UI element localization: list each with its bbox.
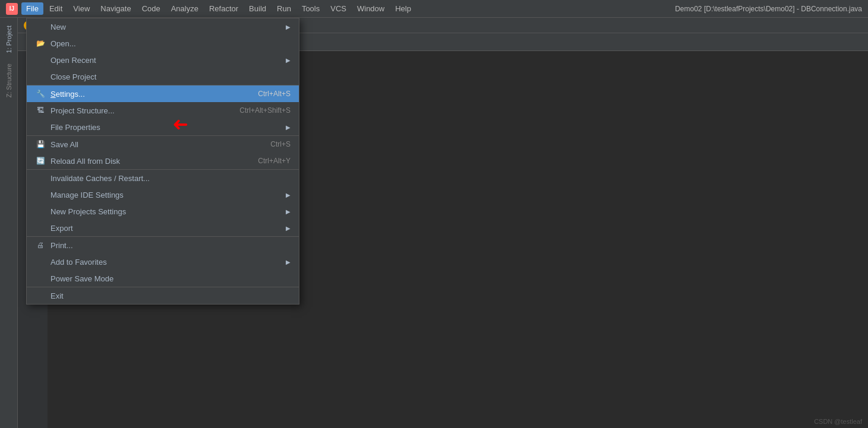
- menu-item-new-projects[interactable]: New Projects Settings ▶: [27, 203, 299, 220]
- settings-icon: 🔧: [35, 88, 46, 99]
- left-sidebar: 1: Project Z: Structure: [0, 18, 18, 428]
- new-icon: [35, 21, 46, 32]
- menu-window[interactable]: Window: [352, 2, 389, 15]
- power-save-icon: [35, 273, 46, 284]
- open-recent-arrow-icon: ▶: [286, 57, 291, 64]
- menu-item-open-label: Open...: [50, 39, 291, 48]
- new-arrow-icon: ▶: [286, 24, 291, 30]
- menu-item-power-save-label: Power Save Mode: [50, 274, 291, 283]
- add-favorites-icon: [35, 256, 46, 267]
- menu-item-open-recent-label: Open Recent: [50, 56, 281, 65]
- menu-item-add-favorites[interactable]: Add to Favorites ▶: [27, 253, 299, 270]
- invalidate-icon: [35, 173, 46, 183]
- open-icon: 📂: [35, 38, 46, 49]
- settings-shortcut: Ctrl+Alt+S: [258, 90, 291, 98]
- manage-ide-arrow-icon: ▶: [286, 192, 291, 198]
- menu-item-manage-ide[interactable]: Manage IDE Settings ▶: [27, 186, 299, 203]
- menu-item-manage-ide-label: Manage IDE Settings: [50, 191, 281, 199]
- menu-item-project-structure-label: Project Structure...: [50, 106, 228, 115]
- menu-item-settings-label: Settings...: [50, 90, 246, 99]
- sidebar-tab-project[interactable]: 1: Project: [3, 21, 15, 58]
- menu-item-project-structure[interactable]: 🏗 Project Structure... Ctrl+Alt+Shift+S: [27, 102, 299, 119]
- menu-item-reload[interactable]: 🔄 Reload All from Disk Ctrl+Alt+Y: [27, 153, 299, 170]
- menu-item-exit[interactable]: Exit: [27, 287, 299, 304]
- exit-icon: [35, 290, 46, 301]
- menu-code[interactable]: Code: [137, 2, 165, 15]
- menu-item-export[interactable]: Export ▶: [27, 220, 299, 237]
- menu-view[interactable]: View: [68, 2, 94, 15]
- menu-navigate[interactable]: Navigate: [96, 2, 135, 15]
- export-icon: [35, 223, 46, 233]
- project-structure-shortcut: Ctrl+Alt+Shift+S: [239, 106, 291, 115]
- menu-edit[interactable]: Edit: [45, 2, 67, 15]
- menu-bar: File Edit View Navigate Code Analyze Ref…: [21, 2, 416, 15]
- close-project-icon: [35, 71, 46, 82]
- menu-analyze[interactable]: Analyze: [166, 2, 203, 15]
- project-structure-icon: 🏗: [35, 105, 46, 116]
- menu-build[interactable]: Build: [244, 2, 271, 15]
- file-properties-icon: [35, 122, 46, 132]
- menu-item-file-properties[interactable]: File Properties ▶: [27, 119, 299, 136]
- menu-item-file-properties-label: File Properties: [50, 123, 281, 132]
- watermark: CSDN @testleaf: [814, 418, 862, 425]
- menu-run[interactable]: Run: [272, 2, 296, 15]
- open-recent-icon: [35, 55, 46, 65]
- menu-item-print[interactable]: 🖨 Print...: [27, 237, 299, 253]
- menu-item-reload-label: Reload All from Disk: [50, 157, 246, 166]
- menu-item-export-label: Export: [50, 224, 281, 233]
- menu-refactor[interactable]: Refactor: [204, 2, 243, 15]
- menu-item-open-recent[interactable]: Open Recent ▶: [27, 52, 299, 68]
- window-title: Demo02 [D:\testleafProjects\Demo02] - DB…: [675, 5, 862, 13]
- menu-item-new-projects-label: New Projects Settings: [50, 207, 281, 216]
- menu-item-print-label: Print...: [50, 241, 291, 250]
- menu-help[interactable]: Help: [390, 2, 416, 15]
- menu-item-save-all[interactable]: 💾 Save All Ctrl+S: [27, 136, 299, 153]
- menu-item-settings[interactable]: 🔧 Settings... Ctrl+Alt+S: [27, 85, 299, 102]
- menu-item-save-all-label: Save All: [50, 140, 258, 149]
- reload-shortcut: Ctrl+Alt+Y: [258, 157, 291, 165]
- add-favorites-arrow-icon: ▶: [286, 259, 291, 265]
- menu-item-new-label: New: [50, 23, 281, 31]
- save-all-icon: 💾: [35, 139, 46, 150]
- menu-vcs[interactable]: VCS: [326, 2, 351, 15]
- menu-item-invalidate[interactable]: Invalidate Caches / Restart...: [27, 170, 299, 186]
- menu-item-close-project-label: Close Project: [50, 72, 291, 81]
- file-menu-dropdown: New ▶ 📂 Open... Open Recent ▶ Close Proj…: [26, 18, 299, 305]
- reload-icon: 🔄: [35, 156, 46, 166]
- menu-file[interactable]: File: [21, 2, 43, 15]
- manage-ide-icon: [35, 189, 46, 200]
- sidebar-tab-structure[interactable]: Z: Structure: [3, 59, 15, 102]
- menu-item-power-save[interactable]: Power Save Mode: [27, 270, 299, 287]
- menu-item-add-favorites-label: Add to Favorites: [50, 258, 281, 267]
- file-properties-arrow-icon: ▶: [286, 124, 291, 131]
- save-all-shortcut: Ctrl+S: [270, 140, 291, 148]
- new-projects-icon: [35, 206, 46, 217]
- menu-item-invalidate-label: Invalidate Caches / Restart...: [50, 174, 291, 183]
- red-arrow-annotation: ➜: [172, 113, 188, 135]
- export-arrow-icon: ▶: [286, 225, 291, 232]
- new-projects-arrow-icon: ▶: [286, 208, 291, 215]
- menu-item-exit-label: Exit: [50, 291, 291, 300]
- title-bar: IJ File Edit View Navigate Code Analyze …: [0, 0, 868, 18]
- app-logo: IJ: [6, 3, 18, 15]
- menu-tools[interactable]: Tools: [297, 2, 324, 15]
- menu-item-close-project[interactable]: Close Project: [27, 68, 299, 85]
- menu-item-new[interactable]: New ▶: [27, 18, 299, 35]
- print-icon: 🖨: [35, 240, 46, 251]
- menu-item-open[interactable]: 📂 Open...: [27, 35, 299, 52]
